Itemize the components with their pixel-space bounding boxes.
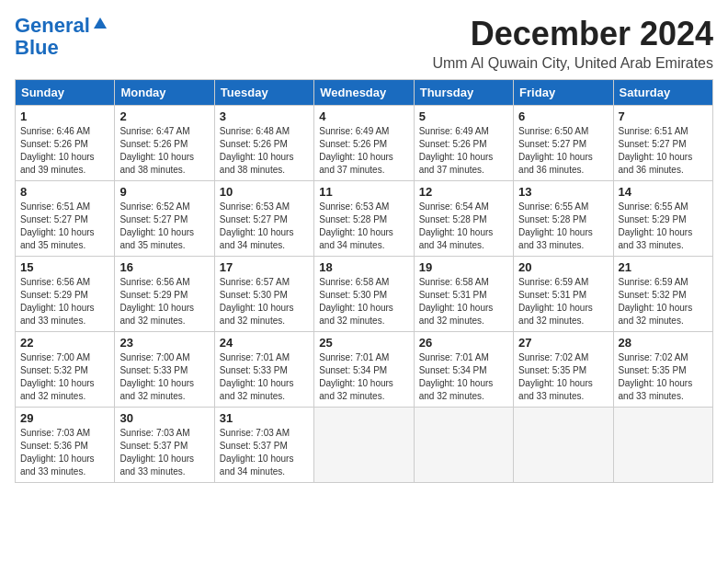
week-row-1: 1 Sunrise: 6:46 AMSunset: 5:26 PMDayligh… bbox=[16, 106, 713, 181]
day-info: Sunrise: 7:01 AMSunset: 5:34 PMDaylight:… bbox=[319, 352, 393, 401]
day-info: Sunrise: 6:58 AMSunset: 5:30 PMDaylight:… bbox=[319, 277, 393, 326]
day-number: 24 bbox=[220, 336, 309, 350]
day-info: Sunrise: 7:02 AMSunset: 5:35 PMDaylight:… bbox=[518, 352, 593, 401]
day-number: 25 bbox=[319, 336, 408, 350]
day-cell-27: 27 Sunrise: 7:02 AMSunset: 5:35 PMDaylig… bbox=[514, 332, 613, 408]
day-info: Sunrise: 7:02 AMSunset: 5:35 PMDaylight:… bbox=[619, 352, 693, 401]
day-info: Sunrise: 6:55 AMSunset: 5:29 PMDaylight:… bbox=[619, 201, 693, 250]
day-cell-30: 30 Sunrise: 7:03 AMSunset: 5:37 PMDaylig… bbox=[115, 408, 214, 483]
header: General Blue December 2024 Umm Al Quwain… bbox=[15, 15, 713, 72]
day-number: 15 bbox=[20, 260, 109, 274]
day-number: 7 bbox=[619, 109, 708, 123]
day-number: 16 bbox=[119, 260, 209, 274]
day-cell-29: 29 Sunrise: 7:03 AMSunset: 5:36 PMDaylig… bbox=[16, 408, 115, 483]
day-info: Sunrise: 6:48 AMSunset: 5:26 PMDaylight:… bbox=[220, 126, 294, 175]
day-cell-31: 31 Sunrise: 7:03 AMSunset: 5:37 PMDaylig… bbox=[214, 408, 313, 483]
day-number: 3 bbox=[220, 109, 309, 123]
day-number: 1 bbox=[20, 109, 109, 123]
svg-marker-0 bbox=[94, 17, 107, 29]
day-info: Sunrise: 6:52 AMSunset: 5:27 PMDaylight:… bbox=[119, 201, 194, 250]
day-cell-18: 18 Sunrise: 6:58 AMSunset: 5:30 PMDaylig… bbox=[314, 257, 414, 332]
page-title: December 2024 bbox=[432, 15, 713, 53]
day-number: 28 bbox=[619, 336, 708, 350]
day-number: 31 bbox=[220, 411, 309, 425]
day-header-sunday: Sunday bbox=[16, 80, 115, 106]
day-number: 23 bbox=[119, 336, 209, 350]
logo-icon bbox=[92, 16, 108, 32]
day-number: 22 bbox=[20, 336, 109, 350]
day-info: Sunrise: 6:51 AMSunset: 5:27 PMDaylight:… bbox=[619, 126, 693, 175]
day-cell-17: 17 Sunrise: 6:57 AMSunset: 5:30 PMDaylig… bbox=[214, 257, 313, 332]
day-cell-22: 22 Sunrise: 7:00 AMSunset: 5:32 PMDaylig… bbox=[16, 332, 115, 408]
week-row-4: 22 Sunrise: 7:00 AMSunset: 5:32 PMDaylig… bbox=[16, 332, 713, 408]
day-cell-20: 20 Sunrise: 6:59 AMSunset: 5:31 PMDaylig… bbox=[514, 257, 613, 332]
day-number: 27 bbox=[518, 336, 608, 350]
day-number: 21 bbox=[619, 260, 708, 274]
day-info: Sunrise: 7:03 AMSunset: 5:37 PMDaylight:… bbox=[220, 428, 294, 477]
day-info: Sunrise: 6:49 AMSunset: 5:26 PMDaylight:… bbox=[419, 126, 494, 175]
logo-blue: Blue bbox=[15, 37, 59, 59]
day-number: 20 bbox=[518, 260, 608, 274]
day-cell-6: 6 Sunrise: 6:50 AMSunset: 5:27 PMDayligh… bbox=[514, 106, 613, 181]
day-cell-12: 12 Sunrise: 6:54 AMSunset: 5:28 PMDaylig… bbox=[414, 181, 513, 257]
empty-cell bbox=[414, 408, 513, 483]
day-info: Sunrise: 6:47 AMSunset: 5:26 PMDaylight:… bbox=[119, 126, 194, 175]
day-cell-1: 1 Sunrise: 6:46 AMSunset: 5:26 PMDayligh… bbox=[16, 106, 115, 181]
day-cell-13: 13 Sunrise: 6:55 AMSunset: 5:28 PMDaylig… bbox=[514, 181, 613, 257]
day-info: Sunrise: 6:59 AMSunset: 5:31 PMDaylight:… bbox=[518, 277, 593, 326]
day-cell-23: 23 Sunrise: 7:00 AMSunset: 5:33 PMDaylig… bbox=[115, 332, 214, 408]
day-info: Sunrise: 7:01 AMSunset: 5:34 PMDaylight:… bbox=[419, 352, 494, 401]
day-info: Sunrise: 6:49 AMSunset: 5:26 PMDaylight:… bbox=[319, 126, 393, 175]
day-cell-15: 15 Sunrise: 6:56 AMSunset: 5:29 PMDaylig… bbox=[16, 257, 115, 332]
week-row-2: 8 Sunrise: 6:51 AMSunset: 5:27 PMDayligh… bbox=[16, 181, 713, 257]
calendar: SundayMondayTuesdayWednesdayThursdayFrid… bbox=[15, 79, 713, 483]
day-info: Sunrise: 7:01 AMSunset: 5:33 PMDaylight:… bbox=[220, 352, 294, 401]
day-info: Sunrise: 6:51 AMSunset: 5:27 PMDaylight:… bbox=[20, 201, 95, 250]
day-info: Sunrise: 6:46 AMSunset: 5:26 PMDaylight:… bbox=[20, 126, 95, 175]
day-header-monday: Monday bbox=[115, 80, 214, 106]
day-header-tuesday: Tuesday bbox=[214, 80, 313, 106]
day-number: 29 bbox=[20, 411, 109, 425]
day-number: 6 bbox=[518, 109, 608, 123]
day-number: 19 bbox=[419, 260, 508, 274]
day-cell-10: 10 Sunrise: 6:53 AMSunset: 5:27 PMDaylig… bbox=[214, 181, 313, 257]
day-cell-25: 25 Sunrise: 7:01 AMSunset: 5:34 PMDaylig… bbox=[314, 332, 414, 408]
day-cell-16: 16 Sunrise: 6:56 AMSunset: 5:29 PMDaylig… bbox=[115, 257, 214, 332]
calendar-header-row: SundayMondayTuesdayWednesdayThursdayFrid… bbox=[16, 80, 713, 106]
day-number: 14 bbox=[619, 185, 708, 199]
day-info: Sunrise: 6:59 AMSunset: 5:32 PMDaylight:… bbox=[619, 277, 693, 326]
day-number: 9 bbox=[119, 185, 209, 199]
day-number: 5 bbox=[419, 109, 508, 123]
day-cell-26: 26 Sunrise: 7:01 AMSunset: 5:34 PMDaylig… bbox=[414, 332, 513, 408]
day-header-saturday: Saturday bbox=[613, 80, 712, 106]
day-info: Sunrise: 7:00 AMSunset: 5:32 PMDaylight:… bbox=[20, 352, 95, 401]
day-cell-9: 9 Sunrise: 6:52 AMSunset: 5:27 PMDayligh… bbox=[115, 181, 214, 257]
day-header-thursday: Thursday bbox=[414, 80, 513, 106]
day-number: 26 bbox=[419, 336, 508, 350]
day-number: 4 bbox=[319, 109, 408, 123]
day-cell-14: 14 Sunrise: 6:55 AMSunset: 5:29 PMDaylig… bbox=[613, 181, 712, 257]
day-info: Sunrise: 6:58 AMSunset: 5:31 PMDaylight:… bbox=[419, 277, 494, 326]
day-cell-24: 24 Sunrise: 7:01 AMSunset: 5:33 PMDaylig… bbox=[214, 332, 313, 408]
day-info: Sunrise: 6:53 AMSunset: 5:28 PMDaylight:… bbox=[319, 201, 393, 250]
day-info: Sunrise: 7:00 AMSunset: 5:33 PMDaylight:… bbox=[119, 352, 194, 401]
day-number: 13 bbox=[518, 185, 608, 199]
day-info: Sunrise: 6:57 AMSunset: 5:30 PMDaylight:… bbox=[220, 277, 294, 326]
day-info: Sunrise: 7:03 AMSunset: 5:37 PMDaylight:… bbox=[119, 428, 194, 477]
day-cell-2: 2 Sunrise: 6:47 AMSunset: 5:26 PMDayligh… bbox=[115, 106, 214, 181]
day-number: 10 bbox=[220, 185, 309, 199]
week-row-5: 29 Sunrise: 7:03 AMSunset: 5:36 PMDaylig… bbox=[16, 408, 713, 483]
day-number: 18 bbox=[319, 260, 408, 274]
day-header-wednesday: Wednesday bbox=[314, 80, 414, 106]
logo: General Blue bbox=[15, 15, 108, 59]
day-number: 12 bbox=[419, 185, 508, 199]
day-info: Sunrise: 6:55 AMSunset: 5:28 PMDaylight:… bbox=[518, 201, 593, 250]
day-info: Sunrise: 6:50 AMSunset: 5:27 PMDaylight:… bbox=[518, 126, 593, 175]
logo-general: General bbox=[15, 15, 90, 37]
day-number: 8 bbox=[20, 185, 109, 199]
day-cell-11: 11 Sunrise: 6:53 AMSunset: 5:28 PMDaylig… bbox=[314, 181, 414, 257]
empty-cell bbox=[514, 408, 613, 483]
day-cell-5: 5 Sunrise: 6:49 AMSunset: 5:26 PMDayligh… bbox=[414, 106, 513, 181]
day-cell-7: 7 Sunrise: 6:51 AMSunset: 5:27 PMDayligh… bbox=[613, 106, 712, 181]
day-cell-8: 8 Sunrise: 6:51 AMSunset: 5:27 PMDayligh… bbox=[16, 181, 115, 257]
